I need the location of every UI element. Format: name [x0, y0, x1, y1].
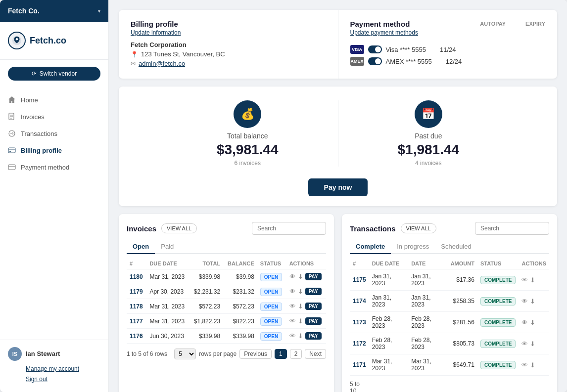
invoices-pagination: 1 to 5 of 6 rows 510 rows per page Previ…: [127, 348, 326, 359]
transaction-id-link[interactable]: 1174: [353, 298, 366, 305]
location-icon: 📍: [131, 51, 138, 58]
invoices-next-button[interactable]: Next: [305, 349, 326, 359]
download-icon[interactable]: ⬇: [530, 361, 535, 369]
download-icon[interactable]: ⬇: [298, 303, 303, 310]
payment-title: Payment method: [350, 20, 418, 28]
sidebar-item-transactions[interactable]: Transactions: [0, 125, 108, 142]
invoice-id-link[interactable]: 1176: [130, 333, 143, 340]
sidebar-item-billing-profile[interactable]: Billing profile: [0, 142, 108, 159]
email-link[interactable]: admin@fetch.co: [139, 60, 185, 67]
invoice-due-date: Apr 30, 2023: [146, 284, 189, 299]
eye-icon[interactable]: 👁: [521, 361, 528, 369]
tab-paid[interactable]: Paid: [155, 240, 180, 254]
eye-icon[interactable]: 👁: [289, 273, 296, 280]
autopay-toggle-visa[interactable]: [368, 45, 382, 53]
download-icon[interactable]: ⬇: [530, 319, 535, 326]
sign-out-link[interactable]: Sign out: [26, 374, 100, 385]
col-status: STATUS: [257, 258, 286, 269]
invoice-total: $572.23: [189, 299, 223, 314]
invoice-status: OPEN: [257, 329, 286, 344]
switch-vendor-button[interactable]: ⟳ Switch vendor: [8, 67, 100, 81]
brand-name: Fetch.co: [30, 36, 66, 46]
transaction-status: COMPLETE: [477, 333, 519, 354]
sidebar-item-home[interactable]: Home: [0, 91, 108, 108]
download-icon[interactable]: ⬇: [298, 273, 303, 280]
eye-icon[interactable]: 👁: [289, 317, 296, 325]
download-icon[interactable]: ⬇: [298, 317, 303, 325]
amex-chip: AMEX: [350, 57, 364, 66]
past-due-label: Past due: [415, 132, 442, 140]
pay-button[interactable]: PAY: [305, 317, 322, 325]
download-icon[interactable]: ⬇: [530, 340, 535, 348]
invoices-page-1[interactable]: 1: [275, 349, 287, 359]
transactions-page-info: 5 to 10 of 57 rows: [350, 381, 362, 392]
pay-now-button[interactable]: Pay now: [308, 178, 368, 196]
autopay-col-label: Autopay: [480, 21, 506, 27]
avatar: IS: [8, 347, 22, 361]
transaction-status: COMPLETE: [477, 269, 519, 291]
eye-icon[interactable]: 👁: [289, 332, 296, 340]
transaction-status: COMPLETE: [477, 312, 519, 333]
eye-icon[interactable]: 👁: [521, 340, 528, 348]
invoices-search-input[interactable]: [252, 222, 326, 235]
eye-icon[interactable]: 👁: [521, 298, 528, 305]
payment-cards: VISA Visa **** 5555 11/24 AMEX AMEX ****…: [350, 45, 546, 66]
tab-in-progress[interactable]: In progress: [391, 240, 435, 254]
eye-icon[interactable]: 👁: [289, 288, 296, 295]
transaction-id-link[interactable]: 1171: [353, 361, 366, 368]
payment-icon: [8, 163, 16, 171]
main-content: Billing profile Update information Fetch…: [109, 0, 567, 392]
transaction-date: Feb 28, 2023: [408, 312, 447, 333]
invoices-view-all-button[interactable]: VIEW ALL: [161, 223, 197, 233]
t-col-num: #: [350, 258, 369, 269]
past-due-amount: $1,981.44: [398, 142, 460, 158]
transaction-id-link[interactable]: 1173: [353, 319, 366, 326]
invoices-title: Invoices: [127, 224, 156, 233]
invoices-previous-button[interactable]: Previous: [239, 349, 272, 359]
manage-account-link[interactable]: Manage my account: [26, 364, 100, 375]
pay-button[interactable]: PAY: [305, 273, 322, 280]
pay-button[interactable]: PAY: [305, 303, 322, 310]
transaction-id-link[interactable]: 1175: [353, 276, 366, 283]
tab-open[interactable]: Open: [127, 240, 155, 254]
invoice-id-link[interactable]: 1180: [130, 273, 143, 280]
eye-icon[interactable]: 👁: [521, 276, 528, 284]
transaction-date: Jan 31, 2023: [408, 291, 447, 312]
past-due-sub: 4 invoices: [415, 160, 441, 167]
update-payment-link[interactable]: Update payment methods: [350, 29, 418, 36]
chevron-down-icon: ▾: [98, 8, 100, 14]
download-icon[interactable]: ⬇: [530, 298, 535, 305]
pay-button[interactable]: PAY: [305, 332, 322, 340]
invoices-rows-per-page[interactable]: 510: [174, 348, 196, 359]
autopay-toggle-amex[interactable]: [368, 57, 382, 65]
pay-button[interactable]: PAY: [305, 288, 322, 295]
eye-icon[interactable]: 👁: [289, 303, 296, 310]
transactions-search-input[interactable]: [475, 222, 549, 235]
download-icon[interactable]: ⬇: [298, 288, 303, 295]
tab-complete[interactable]: Complete: [350, 240, 391, 254]
transactions-pagination: 5 to 10 of 57 rows 510 rows per page Pre…: [350, 381, 549, 392]
billing-section: Billing profile Update information Fetch…: [119, 10, 338, 79]
home-icon: [8, 96, 16, 104]
invoice-status: OPEN: [257, 299, 286, 314]
top-info-card: Billing profile Update information Fetch…: [119, 10, 557, 79]
svg-rect-9: [9, 151, 11, 152]
update-billing-link[interactable]: Update information: [131, 29, 326, 36]
transaction-amount: $258.35: [448, 291, 477, 312]
sidebar-item-invoices[interactable]: Invoices: [0, 108, 108, 125]
transactions-view-all-button[interactable]: VIEW ALL: [401, 223, 436, 233]
invoice-id-link[interactable]: 1178: [130, 303, 143, 310]
tab-scheduled[interactable]: Scheduled: [435, 240, 477, 254]
svg-point-1: [16, 38, 18, 41]
invoice-balance: $822.23: [223, 314, 257, 329]
download-icon[interactable]: ⬇: [530, 276, 535, 284]
billing-address: 📍 123 Tunes St, Vancouver, BC: [131, 50, 326, 58]
eye-icon[interactable]: 👁: [521, 319, 528, 326]
invoices-page-2[interactable]: 2: [290, 349, 302, 359]
invoice-id-link[interactable]: 1179: [130, 288, 143, 295]
download-icon[interactable]: ⬇: [298, 332, 303, 340]
sidebar-item-payment-method[interactable]: Payment method: [0, 159, 108, 175]
invoice-id-link[interactable]: 1177: [130, 318, 143, 325]
transaction-id-link[interactable]: 1172: [353, 340, 366, 347]
table-row: 1171 Mar 31, 2023 Mar 31, 2023 $649.71 C…: [350, 354, 549, 376]
